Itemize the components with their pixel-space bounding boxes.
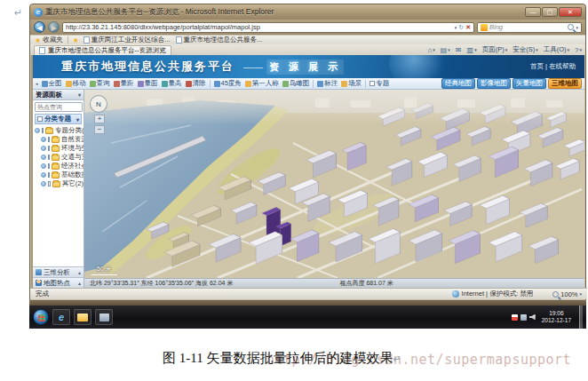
home-button[interactable]: ⌂▾ (427, 46, 434, 54)
view-button-0[interactable]: 45度角 (214, 79, 242, 88)
checkbox-icon[interactable] (48, 172, 50, 178)
ie-window: e 重庆市地理信息公共服务平台--资源浏览 - Microsoft Intern… (29, 4, 586, 301)
tree-item-1[interactable]: 环境与生态( (35, 144, 83, 153)
map-type-button-3[interactable]: 三维地图 (548, 78, 582, 89)
checkbox-icon[interactable] (48, 181, 51, 187)
add-favorite-icon[interactable]: ★ (73, 36, 79, 44)
minimize-button[interactable]: — (525, 7, 541, 17)
zoom-in-button[interactable]: + (94, 115, 105, 123)
address-dropdown-icon[interactable]: ▾ (455, 25, 457, 30)
figure-caption: 图 1-11 矢量数据批量拉伸后的建模效果↵ (163, 350, 401, 367)
map-type-button-2[interactable]: 矢量地图 (513, 78, 546, 89)
mail-button[interactable]: ✉ (456, 46, 462, 54)
map-type-button-1[interactable]: 影像地图 (477, 78, 511, 89)
collapse-left-icon[interactable]: ◂ (36, 81, 38, 86)
checkbox-icon[interactable] (369, 81, 375, 86)
checkbox-icon[interactable] (42, 128, 44, 133)
tree-item-3[interactable]: 经济社会(2 (35, 162, 83, 171)
taskbar-clock[interactable]: 19:06 2012-12-17 (542, 310, 571, 324)
category-dropdown[interactable]: 分类专题 ▾ (35, 114, 82, 124)
zone-text: Internet | 保护模式: 禁用 (462, 290, 534, 298)
hotspot-search-input[interactable] (35, 102, 83, 112)
tab-active[interactable]: 重庆市地理信息公共服务平台--资源浏览 (34, 45, 171, 55)
extra-button-0[interactable]: 标注 (317, 79, 338, 88)
checkbox-icon[interactable] (37, 116, 43, 122)
taskbar-ie-button[interactable]: e (52, 309, 70, 325)
checkbox-icon[interactable] (48, 155, 50, 160)
search-icon[interactable] (568, 24, 574, 30)
tool-button-1[interactable]: 移动 (66, 79, 86, 88)
button-label: 量高 (169, 79, 182, 88)
zoom-control[interactable]: 100% ▾ (552, 290, 582, 298)
tree-item-5[interactable]: 其它(2) (35, 179, 83, 188)
banner-nav-links[interactable]: 首页 | 在线帮助 (530, 62, 576, 71)
expand-icon[interactable] (41, 155, 46, 160)
map-navigation[interactable]: N + − (90, 95, 109, 134)
stop-icon[interactable]: ✕ (465, 24, 471, 31)
expand-icon[interactable] (41, 137, 46, 142)
tool-button-6[interactable]: 清除 (186, 79, 206, 88)
command-bar: ⌂▾ ▤▾ ✉ ▥▾ 页面(P)▾ 安全(S)▾ 工具(O)▾ ?▾ (427, 45, 582, 54)
favorite-link-0[interactable]: 重庆两江工业开发区综合... (83, 36, 171, 44)
expand-icon[interactable] (41, 146, 46, 151)
view-button-1[interactable]: 第一人称 (245, 79, 279, 88)
camera-height-readout: 视点高度 681.07 米 (339, 279, 393, 288)
tool-button-3[interactable]: 量距 (114, 79, 134, 88)
refresh-icon[interactable]: ↻ (458, 24, 464, 31)
view-button-2[interactable]: 鸟瞰图 (282, 79, 310, 88)
start-button[interactable] (33, 309, 49, 325)
compass-icon[interactable]: N (90, 95, 107, 113)
expand-icon[interactable] (41, 163, 46, 169)
search-input[interactable]: Bing ▾ (477, 22, 582, 33)
taskbar-explorer-button[interactable] (74, 309, 91, 325)
print-button[interactable]: ▥▾ (467, 46, 477, 54)
feeds-button[interactable]: ▤▾ (441, 46, 450, 54)
checkbox-icon[interactable] (48, 163, 50, 169)
search-options-caret-icon[interactable]: ▾ (576, 25, 578, 30)
button-label: 量面 (145, 79, 158, 88)
map-type-button-0[interactable]: 经典地图 (441, 78, 475, 89)
sidebar-header: 资源面板 ▾ (33, 90, 83, 100)
tool-button-5[interactable]: 量高 (162, 79, 182, 88)
page-menu[interactable]: 页面(P)▾ (482, 45, 508, 54)
volume-icon[interactable] (529, 314, 536, 321)
maximize-button[interactable]: ▢ (542, 7, 558, 17)
clock-time: 19:06 (542, 310, 571, 317)
tree-item-0[interactable]: 自然资源(1 (35, 135, 83, 144)
safety-menu[interactable]: 安全(S)▾ (513, 45, 538, 54)
network-icon[interactable] (520, 314, 527, 321)
tool-button-2[interactable]: 查询 (90, 79, 110, 88)
expand-icon[interactable] (35, 128, 40, 133)
tool-button-0[interactable]: 全图 (42, 79, 62, 88)
tree-item-label: 基础数据(9 (61, 171, 83, 179)
tool-button-4[interactable]: 量面 (138, 79, 158, 88)
help-menu[interactable]: ?▾ (575, 46, 582, 54)
tree-item-4[interactable]: 基础数据(9 (35, 171, 83, 179)
favorite-link-1[interactable]: 重庆市地理信息公共服务... (176, 36, 263, 44)
forward-button[interactable]: ▶ (48, 21, 60, 33)
expand-icon[interactable] (41, 172, 46, 178)
topic-checkbox[interactable]: 专题 (369, 79, 389, 88)
page-icon (39, 47, 45, 54)
back-button[interactable]: ◀ (34, 21, 45, 33)
expand-icon[interactable] (41, 181, 46, 187)
tools-menu[interactable]: 工具(O)▾ (544, 45, 569, 54)
action-center-icon[interactable] (512, 314, 518, 321)
map-status-bar: 北纬 29°33′35.31″ 东经 106°35′35.06″ 海拔 62.0… (84, 278, 584, 288)
favorites-button[interactable]: ★ 收藏夹 (35, 36, 63, 44)
zoom-out-button[interactable]: − (94, 125, 105, 134)
chevron-down-icon: ▾ (76, 116, 79, 123)
taskbar-app-button[interactable] (95, 309, 113, 325)
show-desktop-button[interactable] (579, 306, 583, 329)
checkbox-icon[interactable] (48, 137, 50, 142)
sidebar-section-1[interactable]: 地图热点▴ (33, 277, 83, 288)
address-input[interactable]: http://23.36.21.145:8080/dlxx/webpage/po… (62, 22, 474, 33)
map-3d-view[interactable]: N + − 50 米 北纬 29°33′35.31″ 东经 106°35′35.… (84, 90, 584, 288)
close-button[interactable]: ✕ (559, 7, 582, 17)
extra-button-1[interactable]: 场景 (341, 79, 362, 88)
sidebar-section-0[interactable]: 三维分析▴ (33, 266, 83, 277)
collapse-icon[interactable]: ▾ (78, 91, 81, 98)
checkbox-icon[interactable] (48, 146, 50, 151)
tree-root[interactable]: 专题分类(72) (35, 126, 83, 135)
tree-item-2[interactable]: 交通与灾害( (35, 153, 83, 162)
